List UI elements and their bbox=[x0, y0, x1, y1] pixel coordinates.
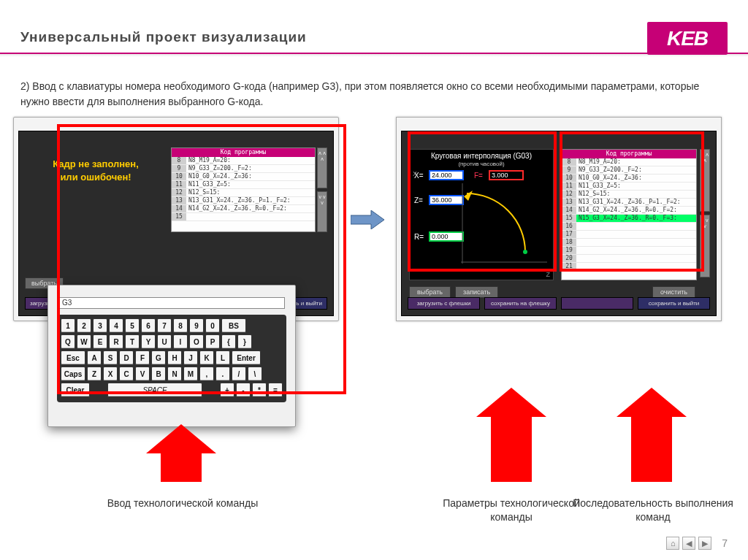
key-k[interactable]: K bbox=[199, 350, 214, 365]
axis-z-label: Z bbox=[546, 271, 551, 278]
code-line[interactable]: 19 bbox=[562, 247, 696, 255]
key-m[interactable]: M bbox=[183, 367, 198, 381]
key-l[interactable]: L bbox=[215, 350, 230, 365]
key-v[interactable]: V bbox=[135, 367, 150, 381]
key-{[interactable]: { bbox=[221, 334, 236, 349]
code-line[interactable]: 12N12_S=15: bbox=[172, 189, 315, 197]
key-r[interactable]: R bbox=[109, 334, 123, 349]
key-enter[interactable]: Enter bbox=[232, 350, 261, 365]
key--[interactable]: - bbox=[236, 383, 251, 397]
key-3[interactable]: 3 bbox=[93, 318, 107, 333]
code-line[interactable]: 21 bbox=[562, 263, 696, 271]
scroll-up-button[interactable]: ʌ ʌ ʌ bbox=[700, 149, 710, 212]
key-0[interactable]: 0 bbox=[205, 318, 220, 333]
nav-home-button[interactable]: ⌂ bbox=[666, 537, 679, 550]
keyboard-input[interactable]: G3 bbox=[58, 297, 285, 309]
key-g[interactable]: G bbox=[151, 350, 166, 365]
key-d[interactable]: D bbox=[119, 350, 134, 365]
key-,[interactable]: , bbox=[199, 367, 214, 381]
key-j[interactable]: J bbox=[183, 350, 198, 365]
key-z[interactable]: Z bbox=[87, 367, 102, 381]
scroll-up-button[interactable]: ʌ ʌ ʌ bbox=[317, 147, 327, 188]
code-line[interactable]: 9N9_G33_Z=200._F=2: bbox=[562, 166, 696, 174]
scroll-down-button[interactable]: v v v bbox=[317, 191, 327, 232]
code-line[interactable]: 15 bbox=[172, 213, 315, 221]
code-line[interactable]: 14N14_G2_X=24._Z=36._R=0._F=2: bbox=[172, 205, 315, 213]
key-*[interactable]: * bbox=[252, 383, 267, 397]
code-line[interactable]: 12N12_S=15: bbox=[562, 191, 696, 199]
axis-x-label: X bbox=[413, 170, 417, 177]
code-line[interactable]: 9N9_G33_Z=200._F=2: bbox=[172, 165, 315, 173]
app-inner: Круговая интерполяция (G03) (против часо… bbox=[401, 131, 717, 316]
z-input[interactable] bbox=[429, 195, 464, 205]
key-.[interactable]: . bbox=[215, 367, 230, 381]
code-line[interactable]: 8N8_M19_A=20: bbox=[172, 157, 315, 165]
key-2[interactable]: 2 bbox=[77, 318, 91, 333]
r-input[interactable] bbox=[429, 231, 464, 242]
save-exit-button[interactable]: сохранить и выйти bbox=[638, 297, 710, 310]
code-line[interactable]: 8N8_M19_A=20: bbox=[562, 158, 696, 166]
key-x[interactable]: X bbox=[103, 367, 118, 381]
key-h[interactable]: H bbox=[167, 350, 182, 365]
key-o[interactable]: O bbox=[189, 334, 204, 349]
key-b[interactable]: B bbox=[151, 367, 166, 381]
code-line[interactable]: 11N11_G33_Z=5: bbox=[172, 181, 315, 189]
nav-next-button[interactable]: ▶ bbox=[698, 537, 711, 550]
keyboard-popup: G3 1234567890BSQWERTYUIOP{}EscASDFGHJKLE… bbox=[47, 285, 296, 427]
key-4[interactable]: 4 bbox=[109, 318, 123, 333]
code-line[interactable]: 13N13_G31_X=24._Z=36._P=1._F=2: bbox=[562, 199, 696, 207]
key-+[interactable]: + bbox=[220, 383, 234, 397]
key-space[interactable]: SPACE bbox=[107, 383, 202, 397]
code-line[interactable]: 13N13_G31_X=24._Z=36._P=1._F=2: bbox=[172, 197, 315, 205]
code-line[interactable]: 10N10_G0_X=24._Z=36: bbox=[172, 173, 315, 181]
key-p[interactable]: P bbox=[205, 334, 220, 349]
key-}[interactable]: } bbox=[237, 334, 252, 349]
code-line[interactable]: 11N11_G33_Z=5: bbox=[562, 183, 696, 191]
x-input[interactable] bbox=[429, 170, 464, 180]
code-line[interactable]: 20 bbox=[562, 255, 696, 263]
key-5[interactable]: 5 bbox=[125, 318, 140, 333]
key-w[interactable]: W bbox=[77, 334, 91, 349]
save-usb-button[interactable]: сохранить на флешку bbox=[484, 297, 557, 310]
key-s[interactable]: S bbox=[103, 350, 118, 365]
key-9[interactable]: 9 bbox=[189, 318, 204, 333]
code-line[interactable]: 15N15_G3_X=24._Z=36._R=0._F=3: bbox=[562, 215, 696, 223]
write-button[interactable]: записать bbox=[455, 286, 498, 298]
key-i[interactable]: I bbox=[173, 334, 188, 349]
key-/[interactable]: / bbox=[232, 367, 246, 381]
key-clear[interactable]: Clear bbox=[61, 383, 90, 397]
key-bs[interactable]: BS bbox=[221, 318, 246, 333]
load-usb-button[interactable]: загрузить с флешки bbox=[408, 297, 480, 310]
key-c[interactable]: C bbox=[119, 367, 134, 381]
key-y[interactable]: Y bbox=[141, 334, 156, 349]
key-n[interactable]: N bbox=[167, 367, 182, 381]
key-f[interactable]: F bbox=[135, 350, 150, 365]
key-a[interactable]: A bbox=[87, 350, 102, 365]
code-line[interactable]: 14N14_G2_X=24._Z=36._R=0._F=2: bbox=[562, 207, 696, 215]
key-t[interactable]: T bbox=[125, 334, 140, 349]
key-6[interactable]: 6 bbox=[141, 318, 156, 333]
code-list-left: Код программы 8N8_M19_A=20:9N9_G33_Z=200… bbox=[171, 147, 316, 232]
select-button[interactable]: выбрать bbox=[409, 286, 451, 298]
slide-nav: ⌂ ◀ ▶ 7 bbox=[666, 537, 728, 550]
key-caps[interactable]: Caps bbox=[61, 367, 85, 381]
key-7[interactable]: 7 bbox=[157, 318, 172, 333]
code-line[interactable]: 10N10_G0_X=24._Z=36: bbox=[562, 174, 696, 183]
clear-button[interactable]: очистить bbox=[652, 286, 695, 298]
f-input[interactable] bbox=[489, 170, 524, 180]
code-line[interactable]: 17 bbox=[562, 231, 696, 239]
spacer-button[interactable] bbox=[561, 297, 633, 310]
key-1[interactable]: 1 bbox=[61, 318, 75, 333]
key-e[interactable]: E bbox=[93, 334, 107, 349]
code-line[interactable]: 16 bbox=[562, 223, 696, 231]
scroll-down-button[interactable]: v v v bbox=[700, 215, 710, 277]
key-\[interactable]: \ bbox=[248, 367, 262, 381]
key-8[interactable]: 8 bbox=[173, 318, 188, 333]
key-esc[interactable]: Esc bbox=[61, 350, 85, 365]
nav-prev-button[interactable]: ◀ bbox=[682, 537, 695, 550]
code-line[interactable]: 18 bbox=[562, 239, 696, 247]
f-label: F= bbox=[474, 172, 486, 180]
key-=[interactable]: = bbox=[268, 383, 283, 397]
key-q[interactable]: Q bbox=[61, 334, 75, 349]
key-u[interactable]: U bbox=[157, 334, 172, 349]
